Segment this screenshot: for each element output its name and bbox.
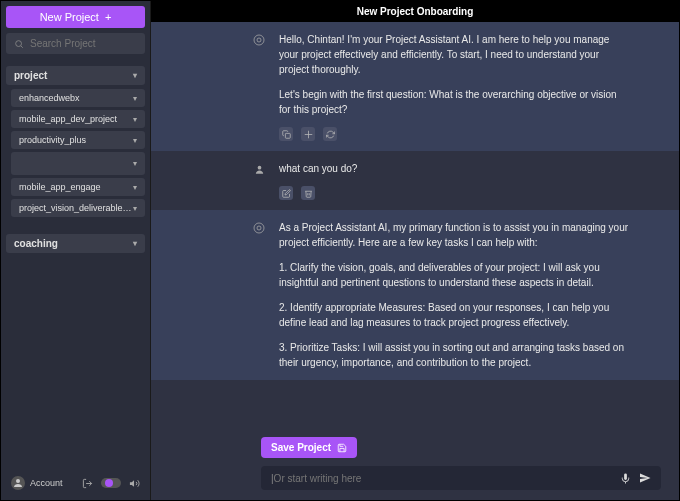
chevron-down-icon: ▾	[133, 183, 137, 192]
message-text: As a Project Assistant AI, my primary fu…	[279, 220, 631, 250]
save-project-label: Save Project	[271, 442, 331, 453]
sidebar-controls	[82, 478, 140, 489]
new-project-label: New Project	[40, 11, 99, 23]
sidebar-item-label: mobile_app_engage	[19, 182, 101, 192]
chevron-down-icon: ▾	[133, 71, 137, 80]
account-button[interactable]: Account	[11, 476, 63, 490]
sidebar-item-empty[interactable]: ▾	[11, 152, 145, 175]
volume-icon[interactable]	[129, 478, 140, 489]
sidebar-item-mobile-app-engage[interactable]: mobile_app_engage ▾	[11, 178, 145, 196]
sidebar: New Project + project ▾ enhancedwebx ▾ m…	[1, 1, 151, 500]
pin-icon[interactable]	[301, 127, 315, 141]
mic-icon[interactable]	[620, 473, 631, 484]
account-icon	[11, 476, 25, 490]
svg-point-0	[16, 40, 22, 46]
category-coaching-header[interactable]: coaching ▾	[6, 234, 145, 253]
sidebar-item-label: project_vision_deliverables_go...	[19, 203, 133, 213]
edit-icon[interactable]	[279, 186, 293, 200]
sidebar-item-enhancedwebx[interactable]: enhancedwebx ▾	[11, 89, 145, 107]
message-text: Hello, Chintan! I'm your Project Assista…	[279, 32, 631, 77]
user-avatar-icon	[251, 161, 267, 177]
sidebar-item-label: enhancedwebx	[19, 93, 80, 103]
main-area: New Project Onboarding Hello, Chintan! I…	[151, 1, 679, 500]
svg-point-6	[257, 38, 261, 42]
sidebar-item-label: mobile_app_dev_project	[19, 114, 117, 124]
message-ai: As a Project Assistant AI, my primary fu…	[151, 210, 679, 380]
svg-point-12	[257, 226, 261, 230]
svg-point-11	[254, 223, 264, 233]
message-text: 3. Prioritize Tasks: I will assist you i…	[279, 340, 631, 370]
messages-list: Hello, Chintan! I'm your Project Assista…	[151, 22, 679, 437]
chevron-down-icon: ▾	[133, 204, 137, 213]
ai-avatar-icon	[251, 220, 267, 236]
page-title: New Project Onboarding	[151, 1, 679, 22]
bottom-area: Save Project |	[151, 437, 679, 500]
message-user: what can you do?	[151, 151, 679, 210]
message-text: Let's begin with the first question: Wha…	[279, 87, 631, 117]
chevron-down-icon: ▾	[133, 115, 137, 124]
message-content: Hello, Chintan! I'm your Project Assista…	[279, 32, 661, 141]
search-wrapper	[6, 33, 145, 54]
message-text: what can you do?	[279, 161, 631, 176]
category-project-header[interactable]: project ▾	[6, 66, 145, 85]
chevron-down-icon: ▾	[133, 159, 137, 168]
category-coaching-label: coaching	[14, 238, 58, 249]
sidebar-item-project-vision[interactable]: project_vision_deliverables_go... ▾	[11, 199, 145, 217]
save-icon	[337, 443, 347, 453]
copy-icon[interactable]	[279, 127, 293, 141]
svg-point-2	[16, 479, 20, 483]
chevron-down-icon: ▾	[133, 136, 137, 145]
message-ai: Hello, Chintan! I'm your Project Assista…	[151, 22, 679, 151]
search-input[interactable]	[6, 33, 145, 54]
sidebar-bottom: Account	[6, 471, 145, 495]
svg-marker-4	[130, 480, 134, 486]
send-icon[interactable]	[639, 472, 651, 484]
delete-icon[interactable]	[301, 186, 315, 200]
message-content: As a Project Assistant AI, my primary fu…	[279, 220, 661, 370]
message-content: what can you do?	[279, 161, 661, 200]
svg-line-1	[21, 45, 23, 47]
chevron-down-icon: ▾	[133, 94, 137, 103]
refresh-icon[interactable]	[323, 127, 337, 141]
chat-input[interactable]	[274, 473, 612, 484]
sidebar-item-label: productivity_plus	[19, 135, 86, 145]
save-project-button[interactable]: Save Project	[261, 437, 357, 458]
message-actions	[279, 127, 631, 141]
svg-point-5	[254, 35, 264, 45]
account-label: Account	[30, 478, 63, 488]
logout-icon[interactable]	[82, 478, 93, 489]
message-text: 1. Clarify the vision, goals, and delive…	[279, 260, 631, 290]
plus-icon: +	[105, 11, 111, 23]
theme-toggle[interactable]	[101, 478, 121, 488]
svg-point-10	[257, 165, 261, 169]
svg-rect-7	[285, 133, 290, 138]
search-icon	[14, 39, 24, 49]
ai-avatar-icon	[251, 32, 267, 48]
chevron-down-icon: ▾	[133, 239, 137, 248]
new-project-button[interactable]: New Project +	[6, 6, 145, 28]
message-text: 2. Identify appropriate Measures: Based …	[279, 300, 631, 330]
message-actions	[279, 186, 631, 200]
sidebar-item-mobile-app-dev[interactable]: mobile_app_dev_project ▾	[11, 110, 145, 128]
chat-input-area: |	[261, 466, 661, 490]
sidebar-item-productivity-plus[interactable]: productivity_plus ▾	[11, 131, 145, 149]
category-project-label: project	[14, 70, 47, 81]
